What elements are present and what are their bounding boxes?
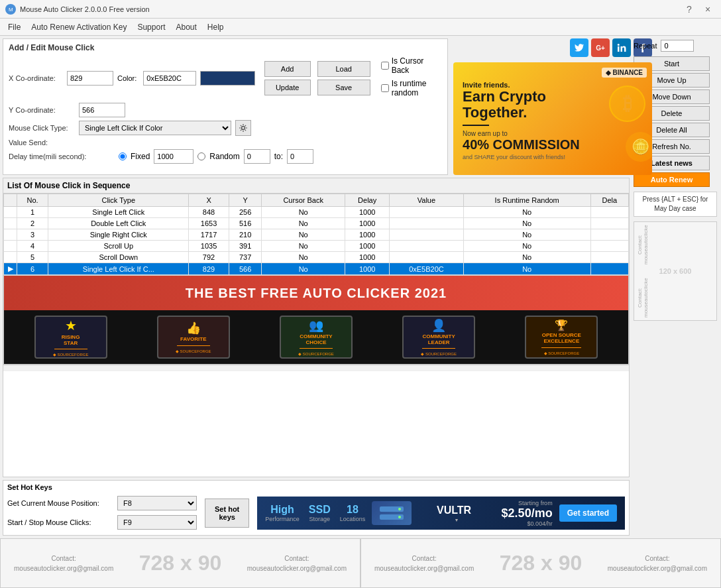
col-cursor-back: Cursor Back: [262, 194, 345, 207]
performance-label: Performance: [265, 516, 300, 522]
get-position-row: Get Current Mouse Position: F8 F1F2F3F4 …: [7, 496, 197, 510]
ad-share: and SHARE your discount with friends!: [463, 154, 643, 160]
fixed-label: Fixed: [131, 152, 150, 161]
rising-sf-label: ◆ SOURCEFORGE: [53, 352, 89, 357]
app-title: Mouse Auto Clicker 2.0.0.0 Free version: [20, 5, 681, 13]
horizontal-scrollbar[interactable]: [3, 365, 629, 371]
click-table-section: List Of Mouse Click in Sequence No. Clic…: [3, 178, 630, 477]
row-dela: [590, 218, 628, 229]
table-row[interactable]: 4 Scroll Up 1035 391 No 1000 No: [4, 241, 629, 252]
banner-area: THE BEST FREE AUTO CLICKER 2021 ★ RISING…: [3, 275, 629, 365]
table-row-selected[interactable]: ▶ 6 Single Left Click If C... 829 566 No…: [4, 263, 629, 275]
table-row[interactable]: 5 Scroll Down 792 737 No 1000 No: [4, 252, 629, 263]
menu-bar: File Auto Renew Activation Key Support A…: [0, 19, 721, 36]
row-dela: [590, 241, 628, 252]
get-position-label: Get Current Mouse Position:: [7, 499, 113, 507]
repeat-row: Repeat: [634, 40, 717, 52]
menu-file[interactable]: File: [3, 21, 26, 33]
row-cursor-back: No: [262, 229, 345, 241]
banner-text: THE BEST FREE AUTO CLICKER 2021: [13, 285, 619, 301]
badges-container: ★ RISINGSTAR ◆ SOURCEFORGE 👍 FAVORITE ◆ …: [4, 310, 628, 364]
set-hotkeys-button[interactable]: Set hotkeys: [205, 499, 249, 528]
color-label: Color:: [117, 74, 137, 82]
random-value-input[interactable]: [244, 149, 270, 164]
row-x: 848: [189, 207, 229, 218]
svg-point-4: [618, 44, 620, 46]
vultr-banner-small: High Performance SSD Storage 18 Location…: [257, 497, 625, 530]
menu-about[interactable]: About: [170, 21, 201, 33]
ssd-label: SSD: [309, 504, 331, 516]
row-indicator: ▶: [4, 263, 17, 275]
svg-point-7: [398, 508, 401, 510]
row-delay: 1000: [345, 207, 390, 218]
to-label: to:: [274, 152, 283, 161]
close-button[interactable]: ×: [700, 3, 716, 16]
random-radio[interactable]: [197, 152, 205, 160]
row-indicator: [4, 207, 17, 218]
binance-ad[interactable]: ◆ BINANCE Invite friends. Earn CryptoTog…: [453, 62, 652, 175]
row-cursor-back: No: [262, 207, 345, 218]
row-click-type: Double Left Click: [48, 218, 189, 229]
hotkeys-inputs: Get Current Mouse Position: F8 F1F2F3F4 …: [7, 496, 197, 532]
starting-from: Starting from: [502, 500, 553, 506]
menu-support[interactable]: Support: [132, 21, 170, 33]
row-click-type: Scroll Up: [48, 241, 189, 252]
footer-cell-1: Contact:mouseautoclicker.org@gmail.com 7…: [0, 538, 360, 588]
server-image: [372, 501, 412, 525]
add-button[interactable]: Add: [264, 61, 311, 77]
side-ad-dim: 120 x 600: [637, 267, 714, 275]
table-header-row: No. Click Type X Y Cursor Back Delay Val…: [4, 194, 629, 207]
start-stop-label: Start / Stop Mouse Clicks:: [7, 518, 113, 526]
to-value-input[interactable]: [287, 149, 313, 164]
high-label: High: [265, 504, 300, 516]
help-button[interactable]: ?: [681, 3, 697, 16]
color-value-input[interactable]: [143, 71, 196, 86]
y-coord-row: Y Co-ordinate:: [9, 103, 442, 117]
col-delay: Delay: [345, 194, 390, 207]
opensource-sf-label: ◆ SOURCEFORGE: [544, 351, 580, 355]
favorite-label: FAVORITE: [180, 337, 206, 343]
linkedin-icon[interactable]: [612, 38, 631, 57]
favorite-badge: 👍 FAVORITE ◆ SOURCEFORGE: [157, 316, 230, 359]
row-value: [390, 252, 463, 263]
row-value: [390, 207, 463, 218]
menu-auto-renew[interactable]: Auto Renew Activation Key: [26, 21, 132, 33]
x-coord-input[interactable]: [67, 71, 113, 86]
start-stop-select[interactable]: F9 F1F2F3F4 F5F6F7F8 F10F11F12: [117, 515, 197, 530]
save-button[interactable]: Save: [317, 80, 370, 95]
gplus-icon[interactable]: G+: [591, 38, 610, 57]
get-position-select[interactable]: F8 F1F2F3F4 F5F6F7 F9F10F11F12: [117, 496, 197, 510]
runtime-random-checkbox[interactable]: [381, 84, 389, 92]
get-started-button[interactable]: Get started: [559, 504, 617, 522]
col-dela: Dela: [590, 194, 628, 207]
update-button[interactable]: Update: [264, 80, 311, 95]
click-type-row: Mouse Click Type: Single Left Click If C…: [9, 120, 442, 136]
fixed-radio[interactable]: [119, 152, 127, 160]
load-button[interactable]: Load: [317, 61, 370, 77]
side-contact-1: Contact: mouseautoclicker.org@gmail.com: [637, 225, 714, 265]
menu-help[interactable]: Help: [202, 21, 229, 33]
click-sequence-table: No. Click Type X Y Cursor Back Delay Val…: [3, 194, 629, 275]
title-bar: M Mouse Auto Clicker 2.0.0.0 Free versio…: [0, 0, 721, 19]
row-dela: [590, 229, 628, 241]
cursor-back-checkbox[interactable]: [381, 62, 389, 70]
footer-cell-2: Contact:mouseautoclicker.org@gmail.com 7…: [360, 538, 721, 588]
fixed-value-input[interactable]: [154, 149, 194, 164]
click-type-select[interactable]: Single Left Click If Color Single Left C…: [79, 121, 231, 135]
delay-label: Delay time(mili second):: [9, 152, 115, 160]
open-source-label: OPEN SOURCEEXCELLENCE: [542, 333, 581, 345]
table-row[interactable]: 2 Double Left Click 1653 516 No 1000 No: [4, 218, 629, 229]
table-scroll-area[interactable]: No. Click Type X Y Cursor Back Delay Val…: [3, 194, 629, 275]
repeat-input[interactable]: [661, 40, 694, 52]
twitter-icon[interactable]: [570, 38, 588, 57]
hotkeys-title: Set Hot Keys: [7, 483, 625, 491]
locations-label: Locations: [340, 516, 366, 522]
table-row[interactable]: 1 Single Left Click 848 256 No 1000 No: [4, 207, 629, 218]
y-coord-input[interactable]: [79, 103, 125, 117]
row-runtime-random: No: [463, 218, 590, 229]
coin-symbol: 🪙: [626, 132, 652, 162]
gear-button[interactable]: [235, 120, 251, 136]
svg-text:VULTR: VULTR: [437, 504, 472, 516]
start-stop-row: Start / Stop Mouse Clicks: F9 F1F2F3F4 F…: [7, 515, 197, 530]
table-row[interactable]: 3 Single Right Click 1717 210 No 1000 No: [4, 229, 629, 241]
